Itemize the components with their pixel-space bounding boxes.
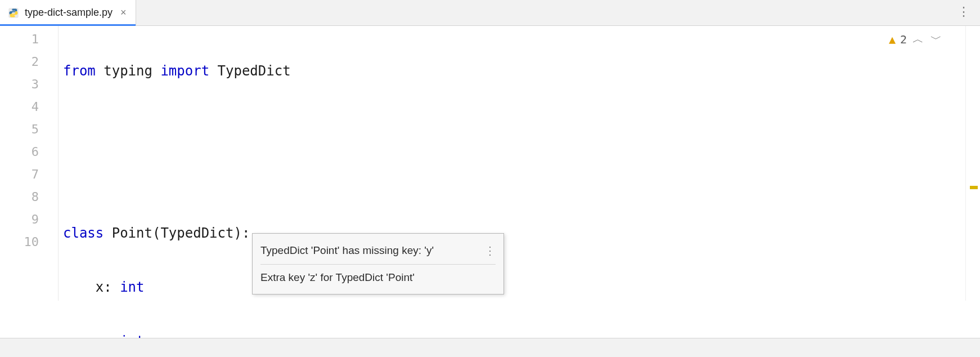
- file-tab[interactable]: type-dict-sample.py ×: [0, 0, 136, 25]
- svg-point-2: [15, 15, 16, 16]
- code-line: [59, 114, 965, 136]
- line-number: 2: [0, 51, 39, 73]
- code-line: [59, 168, 965, 190]
- code-line: class Point(TypedDict):: [59, 222, 965, 244]
- close-tab-icon[interactable]: ×: [118, 6, 129, 20]
- tooltip-actions-icon[interactable]: ⋮: [484, 244, 496, 257]
- marker-bar[interactable]: [965, 26, 980, 301]
- line-number: 1: [0, 28, 39, 51]
- tooltip-message: TypedDict 'Point' has missing key: 'y' ⋮: [260, 240, 496, 265]
- line-number-gutter: 1 2 3 4 5 6 7 8 9 10: [0, 26, 59, 301]
- next-highlight-icon[interactable]: ﹀: [929, 32, 943, 47]
- svg-point-1: [12, 10, 13, 11]
- tab-filename: type-dict-sample.py: [25, 7, 113, 19]
- line-number: 6: [0, 141, 39, 163]
- warning-icon: ▲: [889, 33, 896, 46]
- prev-highlight-icon[interactable]: ︿: [911, 32, 925, 47]
- line-number: 3: [0, 73, 39, 96]
- line-number: 8: [0, 186, 39, 208]
- code-line: x: int: [59, 276, 965, 298]
- inspection-tooltip: TypedDict 'Point' has missing key: 'y' ⋮…: [252, 233, 504, 294]
- code-area[interactable]: from typing import TypedDict class Point…: [59, 26, 965, 301]
- line-number: 4: [0, 96, 39, 118]
- line-number: 9: [0, 208, 39, 231]
- line-number: 10: [0, 231, 39, 253]
- line-number: 7: [0, 163, 39, 186]
- tab-options-icon[interactable]: ⋮: [957, 6, 970, 18]
- tab-bar: type-dict-sample.py × ⋮: [0, 0, 980, 26]
- warning-marker[interactable]: [970, 186, 978, 189]
- code-line: from typing import TypedDict: [59, 60, 965, 82]
- python-file-icon: [8, 7, 19, 19]
- warning-count: 2: [900, 33, 907, 46]
- line-number: 5: [0, 118, 39, 141]
- inspection-summary[interactable]: ▲ 2 ︿ ﹀: [889, 32, 943, 47]
- status-bar: [0, 338, 980, 357]
- tooltip-message: Extra key 'z' for TypedDict 'Point': [260, 265, 496, 287]
